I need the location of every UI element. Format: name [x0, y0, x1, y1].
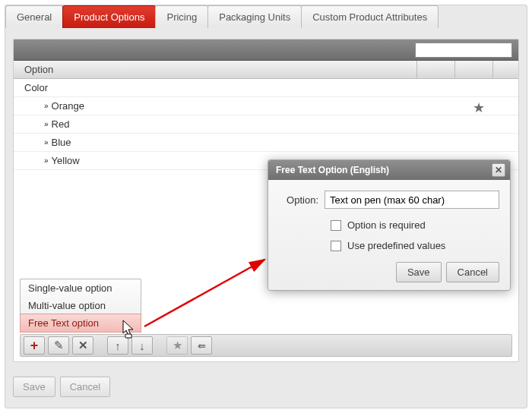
- dialog-title: Free Text Option (English): [276, 165, 389, 175]
- menu-item-free-text[interactable]: Free Text option: [20, 314, 141, 333]
- dialog-close-button[interactable]: ✕: [492, 163, 505, 177]
- pencil-icon: ✎: [54, 339, 64, 352]
- chevron-right-icon: »: [44, 120, 46, 128]
- required-checkbox-label: Option is required: [347, 219, 426, 231]
- menu-item-single-value[interactable]: Single-value option: [21, 279, 141, 297]
- share-button[interactable]: ⇚: [191, 336, 212, 355]
- menu-item-multi-value[interactable]: Multi-value option: [21, 297, 141, 314]
- options-list: Color » Orange ★ » Red » Blue » Yellow: [14, 79, 518, 170]
- tab-bar: General Product Options Pricing Packagin…: [5, 5, 527, 28]
- dialog-header[interactable]: Free Text Option (English) ✕: [268, 160, 510, 180]
- predefined-values-checkbox-label: Use predefined values: [347, 240, 445, 251]
- required-checkbox[interactable]: [331, 220, 341, 231]
- arrow-down-icon: ↓: [139, 339, 145, 352]
- share-icon: ⇚: [198, 340, 206, 352]
- star-icon: ★: [173, 339, 182, 352]
- option-group-label: Color: [24, 82, 48, 93]
- dialog-body: Option: Option is required Use predefine…: [268, 180, 510, 290]
- chevron-right-icon: »: [44, 156, 46, 165]
- option-value-label: Blue: [52, 137, 71, 148]
- plus-icon: +: [30, 341, 39, 350]
- page-save-button[interactable]: Save: [13, 377, 55, 397]
- option-value-label: Yellow: [52, 155, 80, 166]
- page-action-bar: Save Cancel: [13, 377, 110, 397]
- table-filter-input[interactable]: [415, 43, 512, 58]
- column-separator: [454, 61, 492, 78]
- predefined-values-checkbox[interactable]: [331, 241, 341, 251]
- chevron-right-icon: »: [44, 102, 46, 110]
- page-cancel-button[interactable]: Cancel: [60, 377, 110, 397]
- move-down-button[interactable]: ↓: [131, 336, 153, 355]
- move-up-button[interactable]: ↑: [107, 336, 128, 355]
- option-field-label: Option:: [279, 194, 325, 206]
- add-option-context-menu: Single-value option Multi-value option F…: [20, 279, 141, 333]
- column-header-option[interactable]: Option: [14, 64, 416, 75]
- column-separator: [492, 61, 518, 78]
- favorite-button[interactable]: ★: [166, 336, 188, 355]
- option-name-input[interactable]: [325, 191, 499, 209]
- list-toolbar: + ✎ ✕ ↑ ↓ ★ ⇚: [20, 334, 512, 357]
- table-column-header: Option: [14, 61, 518, 79]
- table-row[interactable]: » Blue: [14, 134, 518, 152]
- delete-button[interactable]: ✕: [72, 336, 93, 355]
- dialog-cancel-button[interactable]: Cancel: [446, 262, 499, 282]
- tab-packaging-units[interactable]: Packaging Units: [207, 5, 302, 28]
- chevron-right-icon: »: [44, 138, 46, 147]
- tab-pricing[interactable]: Pricing: [155, 5, 208, 28]
- option-value-label: Red: [52, 118, 70, 130]
- tab-product-options[interactable]: Product Options: [62, 5, 156, 28]
- column-separator: [416, 61, 454, 78]
- arrow-up-icon: ↑: [115, 339, 121, 352]
- option-value-label: Orange: [52, 100, 84, 112]
- table-row[interactable]: » Orange ★: [14, 97, 518, 115]
- tab-general[interactable]: General: [5, 5, 63, 28]
- table-toolbar: [14, 39, 518, 61]
- table-row[interactable]: Color: [14, 79, 518, 97]
- free-text-option-dialog: Free Text Option (English) ✕ Option: Opt…: [268, 159, 511, 291]
- edit-button[interactable]: ✎: [48, 336, 69, 355]
- close-icon: ✕: [495, 165, 502, 175]
- dialog-save-button[interactable]: Save: [396, 262, 442, 282]
- add-button[interactable]: +: [24, 336, 45, 355]
- table-row[interactable]: » Red: [14, 115, 518, 134]
- tab-custom-product-attributes[interactable]: Custom Product Attributes: [301, 5, 439, 28]
- x-icon: ✕: [78, 339, 88, 352]
- star-icon[interactable]: ★: [473, 99, 485, 116]
